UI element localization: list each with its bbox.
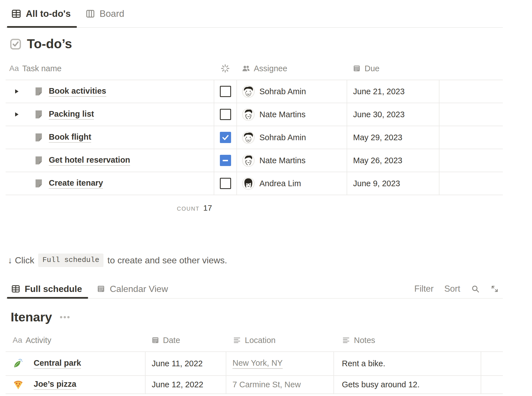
- activity-cell[interactable]: Joe’s pizza: [6, 376, 145, 393]
- page-icon: [34, 132, 44, 142]
- kanban-board-icon: [85, 9, 95, 19]
- itinerary-title: Itenary: [11, 309, 52, 325]
- todo-view-tabbar: All to-do's Board: [6, 0, 503, 28]
- assignee-cell[interactable]: Andrea Lim: [236, 172, 347, 195]
- inline-code-chip: Full schedule: [38, 254, 103, 267]
- assignee-name: Sohrab Amin: [259, 87, 306, 96]
- task-cell[interactable]: Get hotel reservation: [6, 149, 214, 172]
- assignee-name: Nate Martins: [259, 156, 305, 165]
- task-page-link[interactable]: Book flight: [49, 132, 91, 143]
- calendar-icon: [96, 284, 105, 293]
- tab-full-schedule[interactable]: Full schedule: [7, 280, 88, 298]
- expand-toggle-icon[interactable]: [13, 111, 20, 118]
- count-label: COUNT: [177, 201, 200, 216]
- filter-button[interactable]: Filter: [414, 284, 434, 294]
- column-header-date[interactable]: Date: [145, 329, 226, 351]
- due-date: May 29, 2023: [353, 133, 402, 142]
- tab-label: All to-do's: [26, 8, 71, 19]
- sort-button[interactable]: Sort: [444, 284, 460, 294]
- due-cell[interactable]: June 21, 2023: [347, 80, 439, 103]
- assignee-cell[interactable]: Nate Martins: [236, 149, 347, 172]
- assignee-name: Andrea Lim: [259, 179, 301, 188]
- column-header-activity[interactable]: Aa Activity: [6, 329, 145, 351]
- activity-page-link[interactable]: Joe’s pizza: [34, 379, 76, 390]
- location-link[interactable]: New York, NY: [232, 358, 283, 369]
- task-page-link[interactable]: Packing list: [49, 109, 94, 120]
- notes-cell[interactable]: Rent a bike.: [333, 352, 481, 375]
- date-cell[interactable]: June 12, 2022: [145, 376, 226, 393]
- tab-calendar-view[interactable]: Calendar View: [93, 280, 172, 298]
- tab-board[interactable]: Board: [81, 0, 128, 27]
- checkbox-indeterminate[interactable]: [220, 155, 231, 166]
- empty-cell: [439, 172, 503, 195]
- task-page-link[interactable]: Get hotel reservation: [49, 155, 130, 166]
- table-row: Packing list Nate Martins June 30, 2023: [6, 103, 503, 126]
- pizza-icon: [13, 379, 24, 390]
- tab-all-todos[interactable]: All to-do's: [7, 0, 77, 27]
- todo-title-row: To-do’s: [9, 35, 72, 52]
- task-page-link[interactable]: Create itenary: [49, 178, 103, 189]
- avatar: [242, 108, 255, 121]
- tab-label: Full schedule: [25, 284, 82, 294]
- task-cell[interactable]: Book flight: [6, 126, 214, 149]
- date-cell[interactable]: June 11, 2022: [145, 352, 226, 375]
- search-icon[interactable]: [471, 284, 480, 293]
- page-title: To-do’s: [27, 35, 72, 52]
- empty-cell: [439, 126, 503, 149]
- column-header-empty: [439, 57, 503, 80]
- done-cell: [214, 126, 236, 149]
- table-row: Get hotel reservation Nate Martins May 2…: [6, 149, 503, 172]
- location-cell[interactable]: New York, NY: [226, 352, 333, 375]
- activity-cell[interactable]: Central park: [6, 352, 145, 375]
- column-header-due[interactable]: Due: [347, 57, 439, 80]
- notion-page: All to-do's Board To-do’s Aa Task name: [0, 0, 532, 396]
- column-header-done[interactable]: [214, 57, 236, 80]
- due-cell[interactable]: May 29, 2023: [347, 126, 439, 149]
- due-cell[interactable]: June 30, 2023: [347, 103, 439, 126]
- itinerary-table: Aa Activity Date Location Notes: [6, 329, 503, 394]
- text-lines-icon: [342, 336, 350, 344]
- checkbox-checked[interactable]: [220, 132, 231, 143]
- checkbox-unchecked[interactable]: [220, 178, 231, 189]
- spinner-icon: [220, 64, 230, 73]
- assignee-cell[interactable]: Sohrab Amin: [236, 80, 347, 103]
- due-date: May 26, 2023: [353, 156, 402, 165]
- ellipsis-menu-icon[interactable]: [59, 314, 70, 320]
- table-row: Book flight Sohrab Amin May 29, 2023: [6, 126, 503, 149]
- checkbox-unchecked[interactable]: [220, 86, 231, 97]
- empty-cell: [439, 103, 503, 126]
- date-value: June 11, 2022: [152, 359, 203, 368]
- column-header-location[interactable]: Location: [226, 329, 333, 351]
- due-cell[interactable]: June 9, 2023: [347, 172, 439, 195]
- task-cell[interactable]: Book activities: [6, 80, 214, 103]
- count-aggregate[interactable]: COUNT 17: [6, 201, 212, 215]
- column-header-task-name[interactable]: Aa Task name: [6, 57, 214, 80]
- location-cell[interactable]: 7 Carmine St, New: [226, 376, 333, 393]
- notes-cell[interactable]: Gets busy around 12.: [333, 376, 481, 393]
- expand-toggle-icon[interactable]: [13, 88, 20, 95]
- column-header-assignee[interactable]: Assignee: [236, 57, 347, 80]
- activity-page-link[interactable]: Central park: [34, 358, 81, 369]
- column-header-notes[interactable]: Notes: [333, 329, 481, 351]
- task-cell[interactable]: Packing list: [6, 103, 214, 126]
- table-row: Book activities Sohrab Amin June 21, 202…: [6, 80, 503, 103]
- assignee-cell[interactable]: Nate Martins: [236, 103, 347, 126]
- instruction-prefix: ↓ Click: [8, 252, 34, 268]
- checkbox-icon: [9, 38, 22, 50]
- text-lines-icon: [233, 336, 241, 344]
- checkbox-unchecked[interactable]: [220, 109, 231, 120]
- empty-cell: [439, 149, 503, 172]
- page-icon: [34, 178, 44, 188]
- empty-cell: [481, 376, 503, 393]
- done-cell: [214, 103, 236, 126]
- due-date: June 30, 2023: [353, 110, 405, 119]
- task-cell[interactable]: Create itenary: [6, 172, 214, 195]
- assignee-cell[interactable]: Sohrab Amin: [236, 126, 347, 149]
- avatar: [242, 154, 255, 167]
- expand-icon[interactable]: [490, 285, 499, 293]
- table-row: Central park June 11, 2022 New York, NY …: [6, 352, 503, 376]
- calendar-icon: [151, 336, 160, 344]
- table-row: Joe’s pizza June 12, 2022 7 Carmine St, …: [6, 376, 503, 394]
- due-cell[interactable]: May 26, 2023: [347, 149, 439, 172]
- task-page-link[interactable]: Book activities: [49, 86, 106, 97]
